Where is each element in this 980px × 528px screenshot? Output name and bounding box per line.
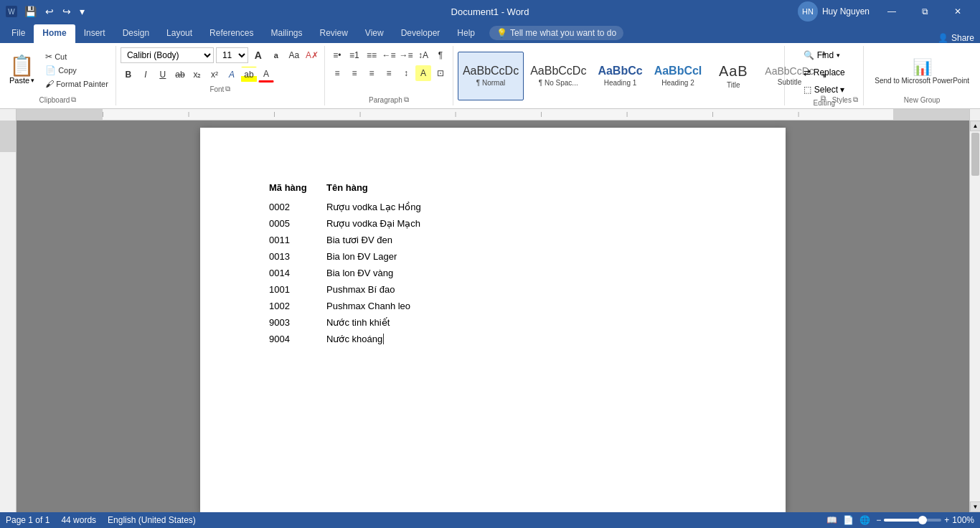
justify-button[interactable]: ≡ bbox=[381, 65, 397, 81]
tab-view[interactable]: View bbox=[357, 24, 392, 43]
change-case-button[interactable]: Aa bbox=[286, 47, 302, 63]
select-button[interactable]: ⬚ Select ▾ bbox=[798, 82, 850, 98]
style-no-spacing[interactable]: AaBbCcDc ¶ No Spac... bbox=[525, 52, 591, 100]
paste-button[interactable]: 📋 Paste ▾ bbox=[4, 52, 39, 88]
send-to-powerpoint-button[interactable]: 📊 Send to Microsoft PowerPoint bbox=[868, 55, 976, 88]
bold-button[interactable]: B bbox=[121, 67, 136, 82]
page-info: Page 1 of 1 bbox=[6, 515, 50, 525]
underline-button[interactable]: U bbox=[155, 67, 171, 82]
style-heading1[interactable]: AaBbCc Heading 1 bbox=[593, 52, 647, 100]
style-heading2[interactable]: AaBbCcI Heading 2 bbox=[649, 52, 707, 100]
undo-button[interactable]: ↩ bbox=[42, 4, 57, 19]
shading-button[interactable]: A bbox=[415, 65, 431, 81]
minimize-button[interactable]: — bbox=[875, 0, 908, 23]
tab-mailings[interactable]: Mailings bbox=[262, 24, 311, 43]
line-spacing-button[interactable]: ↕ bbox=[398, 65, 414, 81]
align-left-button[interactable]: ≡ bbox=[329, 65, 345, 81]
row-code-1: 0002 bbox=[269, 199, 326, 215]
tab-references[interactable]: References bbox=[201, 24, 262, 43]
strikethrough-button[interactable]: ab bbox=[172, 67, 188, 82]
username: Huy Nguyen bbox=[822, 6, 870, 16]
style-normal[interactable]: AaBbCcDc ¶ Normal bbox=[458, 52, 524, 100]
find-icon: 🔍 bbox=[804, 50, 814, 60]
scrollbar-thumb[interactable] bbox=[971, 133, 979, 176]
table-row: 9003 Nước tinh khiết bbox=[269, 314, 717, 331]
document-page[interactable]: Mã hàng Tên hàng 0002 Rượu vodka Lạc Hồn… bbox=[200, 128, 786, 512]
user-info[interactable]: HN Huy Nguyen bbox=[798, 1, 870, 22]
font-shrink-button[interactable]: a bbox=[268, 47, 284, 63]
tab-developer[interactable]: Developer bbox=[392, 24, 449, 43]
tab-insert[interactable]: Insert bbox=[75, 24, 114, 43]
editing-group: 🔍 Find ▾ ⇄ Replace ⬚ Select ▾ Editing bbox=[785, 46, 864, 105]
web-layout-button[interactable]: 🌐 bbox=[859, 515, 870, 525]
align-center-button[interactable]: ≡ bbox=[347, 65, 362, 81]
font-format-row: B I U ab x₂ x² A ab A bbox=[121, 67, 320, 82]
superscript-button[interactable]: x² bbox=[207, 67, 222, 82]
share-button[interactable]: 👤 Share bbox=[938, 33, 974, 43]
title-bar-right: HN Huy Nguyen — ⧉ ✕ bbox=[798, 0, 974, 23]
align-right-button[interactable]: ≡ bbox=[364, 65, 380, 81]
format-painter-icon: 🖌 bbox=[45, 79, 54, 89]
subscript-button[interactable]: x₂ bbox=[189, 67, 205, 82]
vertical-scrollbar[interactable]: ▲ ▼ bbox=[969, 121, 980, 512]
paragraph-label: Paragraph bbox=[369, 95, 402, 104]
highlight-button[interactable]: ab bbox=[241, 67, 257, 82]
text-effects-button[interactable]: A bbox=[224, 67, 240, 82]
tell-me-bar[interactable]: 💡 Tell me what you want to do bbox=[489, 26, 623, 40]
print-layout-button[interactable]: 📄 bbox=[843, 515, 854, 525]
scrollbar-down-button[interactable]: ▼ bbox=[970, 501, 980, 512]
paragraph-expand-icon[interactable]: ⧉ bbox=[404, 95, 409, 104]
zoom-in-icon[interactable]: + bbox=[944, 515, 949, 525]
copy-button[interactable]: 📄 Copy bbox=[42, 64, 111, 77]
tab-file[interactable]: File bbox=[3, 24, 34, 43]
zoom-thumb[interactable] bbox=[918, 516, 927, 524]
zoom-control[interactable]: − + 100% bbox=[876, 515, 974, 525]
clear-formatting-button[interactable]: A✗ bbox=[304, 47, 320, 63]
tab-design[interactable]: Design bbox=[114, 24, 158, 43]
table-row: 0011 Bia tươi ĐV đen bbox=[269, 232, 717, 248]
multilevel-button[interactable]: ≡≡ bbox=[364, 47, 380, 63]
document-area[interactable]: Mã hàng Tên hàng 0002 Rượu vodka Lạc Hồn… bbox=[17, 121, 969, 512]
font-color-button[interactable]: A bbox=[258, 67, 274, 82]
row-name-9: Nước khoáng bbox=[326, 331, 717, 347]
scrollbar-up-button[interactable]: ▲ bbox=[970, 121, 980, 131]
bullets-button[interactable]: ≡• bbox=[329, 47, 345, 63]
cut-icon: ✂ bbox=[45, 52, 52, 62]
customize-button[interactable]: ▾ bbox=[77, 4, 88, 19]
zoom-slider[interactable] bbox=[884, 519, 941, 522]
save-button[interactable]: 💾 bbox=[22, 4, 39, 19]
title-bar-left: W 💾 ↩ ↪ ▾ bbox=[6, 4, 88, 19]
tab-home[interactable]: Home bbox=[34, 24, 75, 43]
borders-button[interactable]: ⊡ bbox=[433, 65, 448, 81]
tab-review[interactable]: Review bbox=[311, 24, 356, 43]
tab-help[interactable]: Help bbox=[448, 24, 484, 43]
style-no-spacing-label: ¶ No Spac... bbox=[539, 79, 578, 87]
redo-button[interactable]: ↪ bbox=[60, 4, 74, 19]
show-formatting-button[interactable]: ¶ bbox=[433, 47, 448, 63]
table-header-row: Mã hàng Tên hàng bbox=[269, 179, 717, 199]
font-expand-icon[interactable]: ⧉ bbox=[225, 85, 230, 93]
italic-button[interactable]: I bbox=[138, 67, 154, 82]
clipboard-expand-icon[interactable]: ⧉ bbox=[71, 95, 76, 104]
format-painter-button[interactable]: 🖌 Format Painter bbox=[42, 77, 111, 90]
row-name-1: Rượu vodka Lạc Hồng bbox=[326, 199, 717, 215]
cut-button[interactable]: ✂ Cut bbox=[42, 50, 111, 63]
row-code-9: 9004 bbox=[269, 331, 326, 347]
replace-button[interactable]: ⇄ Replace bbox=[798, 65, 850, 80]
increase-indent-button[interactable]: →≡ bbox=[398, 47, 414, 63]
main-area: Mã hàng Tên hàng 0002 Rượu vodka Lạc Hồn… bbox=[0, 121, 980, 512]
tab-layout[interactable]: Layout bbox=[158, 24, 201, 43]
style-title[interactable]: AaB Title bbox=[708, 52, 758, 100]
read-mode-button[interactable]: 📖 bbox=[826, 515, 837, 525]
find-button[interactable]: 🔍 Find ▾ bbox=[798, 47, 845, 63]
zoom-out-icon[interactable]: − bbox=[876, 515, 881, 525]
font-name-select[interactable]: Calibri (Body) bbox=[121, 47, 214, 63]
font-grow-button[interactable]: A bbox=[250, 47, 266, 63]
restore-button[interactable]: ⧉ bbox=[908, 0, 941, 23]
scrollbar-track[interactable] bbox=[970, 131, 980, 501]
close-button[interactable]: ✕ bbox=[941, 0, 974, 23]
sort-button[interactable]: ↕A bbox=[415, 47, 431, 63]
decrease-indent-button[interactable]: ←≡ bbox=[381, 47, 397, 63]
numbering-button[interactable]: ≡1 bbox=[347, 47, 362, 63]
font-size-select[interactable]: 11 bbox=[216, 47, 248, 63]
